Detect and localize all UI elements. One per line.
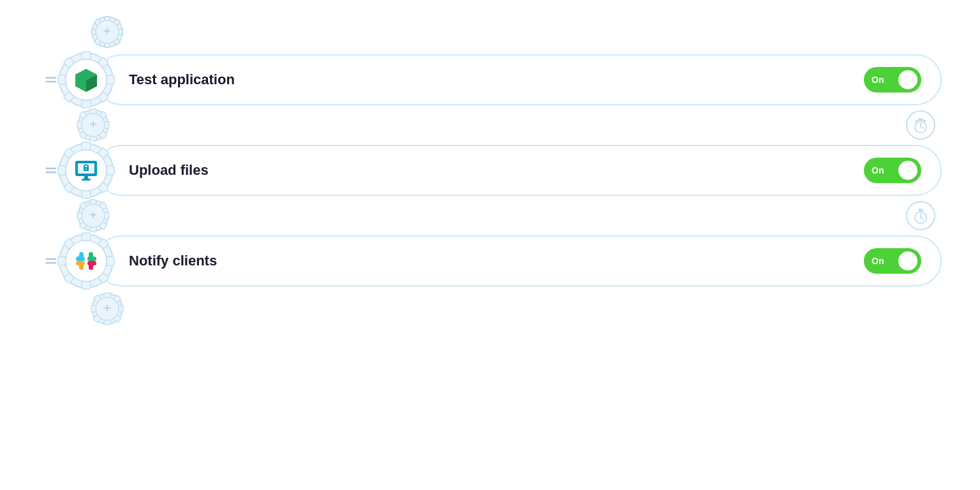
- svg-point-80: [46, 258, 48, 260]
- svg-point-13: [46, 77, 48, 79]
- toggle-notify-clients[interactable]: On: [864, 248, 921, 274]
- between-row-2: +: [38, 199, 942, 232]
- svg-rect-99: [87, 261, 96, 265]
- timer-icon-2[interactable]: [906, 201, 935, 230]
- between-row-1: +: [38, 108, 942, 142]
- svg-rect-93: [76, 256, 85, 261]
- svg-rect-84: [82, 281, 91, 289]
- svg-rect-51: [58, 166, 66, 175]
- svg-point-46: [46, 168, 48, 170]
- svg-rect-49: [82, 142, 91, 150]
- step-row-notify-clients: Notify clients On: [38, 232, 942, 290]
- svg-point-47: [46, 172, 48, 174]
- between-left-1: +: [77, 108, 110, 142]
- step-icon-upload-files: [57, 142, 115, 199]
- workflow-container: +: [38, 13, 942, 328]
- toggle-container-upload-files: On: [864, 158, 921, 183]
- add-step-top[interactable]: +: [91, 15, 124, 48]
- toggle-knob-test-application: [898, 70, 917, 89]
- toggle-label-notify-clients: On: [872, 256, 884, 266]
- test-application-icon: [70, 63, 103, 96]
- between-right-1: [906, 110, 942, 140]
- toggle-upload-files[interactable]: On: [864, 158, 921, 183]
- notify-clients-icon: [70, 244, 103, 278]
- toggle-knob-upload-files: [898, 161, 917, 180]
- svg-rect-95: [87, 256, 96, 261]
- step-label-upload-files: Upload files: [129, 162, 864, 179]
- svg-rect-76: [918, 209, 923, 211]
- step-card-test-application: Test application On: [96, 54, 942, 105]
- step-icon-test-application: [57, 51, 115, 108]
- svg-rect-42: [916, 120, 918, 122]
- toggle-knob-notify-clients: [898, 251, 917, 271]
- svg-text:+: +: [103, 24, 111, 38]
- timer-icon-1[interactable]: [906, 110, 935, 140]
- add-step-bottom-button[interactable]: +: [91, 292, 124, 325]
- svg-rect-18: [58, 75, 66, 84]
- svg-rect-85: [58, 256, 66, 265]
- svg-text:+: +: [89, 117, 97, 131]
- svg-point-14: [46, 81, 48, 83]
- step-icon-notify-clients: [57, 232, 115, 290]
- svg-text:+: +: [103, 301, 111, 315]
- add-step-top-button[interactable]: +: [91, 15, 124, 48]
- step-card-notify-clients: Notify clients On: [96, 235, 942, 286]
- svg-rect-97: [76, 261, 85, 265]
- toggle-test-application[interactable]: On: [864, 67, 921, 93]
- svg-rect-64: [82, 179, 91, 181]
- step-label-notify-clients: Notify clients: [129, 253, 864, 269]
- svg-text:+: +: [89, 208, 97, 222]
- svg-rect-16: [82, 52, 91, 59]
- svg-rect-86: [107, 256, 114, 265]
- svg-rect-17: [82, 100, 91, 108]
- add-step-between-2-button[interactable]: +: [77, 199, 110, 232]
- step-row-test-application: Test application On: [38, 51, 942, 108]
- toggle-label-test-application: On: [872, 75, 884, 85]
- toggle-label-upload-files: On: [872, 165, 884, 175]
- svg-rect-19: [107, 75, 114, 84]
- step-card-upload-files: Upload files On: [96, 145, 942, 196]
- toggle-container-test-application: On: [864, 67, 921, 93]
- svg-rect-43: [923, 120, 926, 122]
- add-step-bottom[interactable]: +: [91, 292, 124, 325]
- between-left-2: +: [77, 199, 110, 232]
- step-row-upload-files: Upload files On: [38, 142, 942, 199]
- svg-rect-52: [107, 166, 114, 175]
- svg-rect-83: [82, 233, 91, 241]
- add-step-between-1-button[interactable]: +: [77, 108, 110, 142]
- between-right-2: [906, 201, 942, 230]
- svg-rect-50: [82, 191, 91, 198]
- svg-point-62: [85, 168, 87, 170]
- upload-files-icon: [70, 154, 103, 187]
- step-label-test-application: Test application: [129, 71, 864, 88]
- toggle-container-notify-clients: On: [864, 248, 921, 274]
- svg-rect-40: [918, 118, 923, 121]
- svg-point-81: [46, 262, 48, 264]
